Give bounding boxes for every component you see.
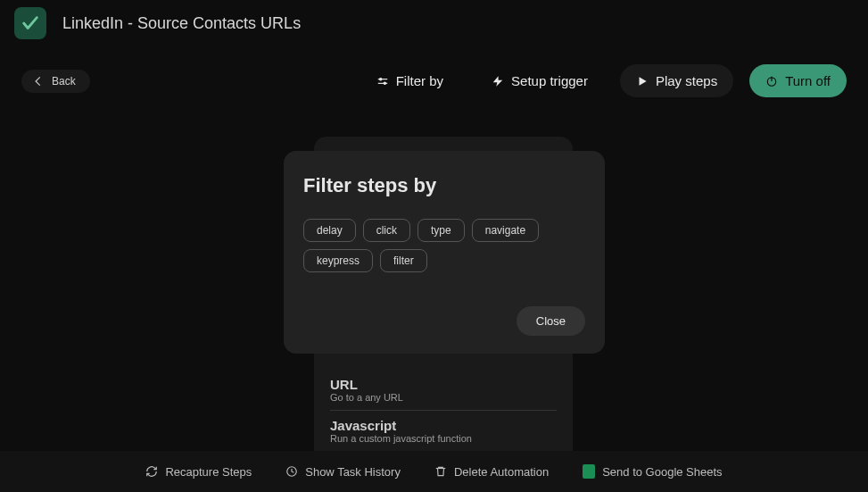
trash-icon	[434, 465, 447, 478]
close-button[interactable]: Close	[517, 306, 585, 336]
filter-chip-filter[interactable]: filter	[380, 249, 427, 272]
filter-chip-group: delay click type navigate keypress filte…	[303, 219, 585, 272]
history-label: Show Task History	[305, 465, 401, 479]
modal-overlay: Filter steps by delay click type navigat…	[0, 0, 868, 492]
delete-automation-button[interactable]: Delete Automation	[434, 465, 549, 479]
clock-icon	[285, 465, 298, 478]
filter-chip-keypress[interactable]: keypress	[303, 249, 373, 272]
delete-label: Delete Automation	[454, 465, 549, 479]
modal-title: Filter steps by	[303, 174, 585, 197]
recapture-label: Recapture Steps	[165, 465, 252, 479]
bottom-bar: Recapture Steps Show Task History Delete…	[0, 451, 868, 492]
filter-chip-delay[interactable]: delay	[303, 219, 356, 242]
filter-chip-navigate[interactable]: navigate	[472, 219, 539, 242]
sheets-icon	[583, 464, 595, 479]
recapture-steps-button[interactable]: Recapture Steps	[145, 465, 252, 479]
filter-modal: Filter steps by delay click type navigat…	[284, 151, 605, 354]
show-history-button[interactable]: Show Task History	[285, 465, 401, 479]
refresh-icon	[145, 465, 158, 478]
sheets-label: Send to Google Sheets	[602, 465, 722, 479]
filter-chip-type[interactable]: type	[417, 219, 465, 242]
filter-chip-click[interactable]: click	[363, 219, 410, 242]
send-to-sheets-button[interactable]: Send to Google Sheets	[583, 464, 722, 479]
modal-footer: Close	[303, 306, 585, 336]
